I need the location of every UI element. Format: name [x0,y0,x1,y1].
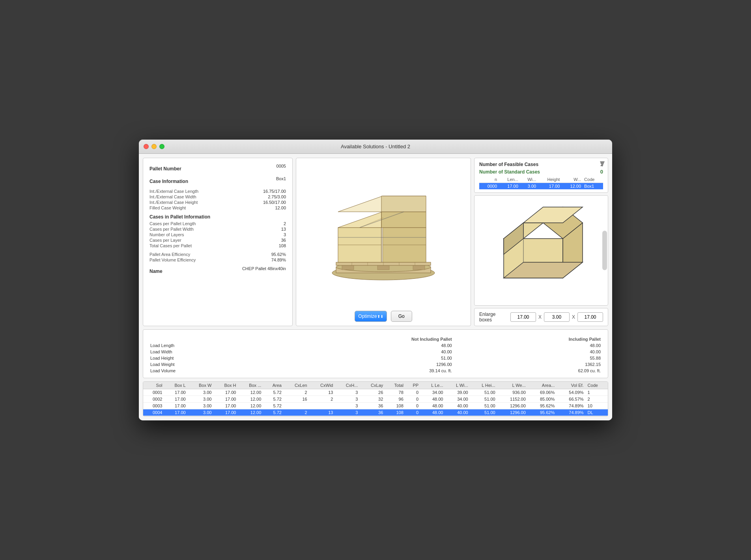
layers-label: Number of Layers [149,232,184,237]
scrollbar[interactable] [602,231,607,270]
optimize-chevron-icon: ⬆⬇ [377,314,383,319]
load-height-incl: 55.88 [454,355,602,361]
bt-cxlen-2 [284,403,309,409]
bt-col-pp: PP [405,382,420,389]
bt-boxw-3: 3.00 [188,409,214,416]
bt-sol-3: 0004 [143,409,164,416]
pallet-number-label: Pallet Number [149,166,181,172]
case-info-label: Case Information [149,179,188,184]
bt-area2-1: 85.00% [528,396,557,403]
bt-volef-1: 66.57% [557,396,585,403]
load-col-label [149,336,269,342]
svg-marker-24 [381,196,426,212]
bt-lhei-2: 51.00 [470,403,497,409]
bt-boxdot-0: 12.00 [238,389,263,396]
optimize-select[interactable]: Optimize ⬆⬇ [355,311,387,322]
field-value-2: 16.50/17.00 [263,200,286,205]
cases-in-pallet: Cases in Pallet Information Cases per Pa… [149,214,286,248]
box-3d-svg [492,199,590,302]
bt-total-1: 96 [385,396,405,403]
top-row: Pallet Number 0005 Case Information Box1… [143,158,608,326]
col-code: Code [583,176,603,183]
enlarge-x3-input[interactable] [577,312,603,322]
load-length-incl: 48.00 [454,342,602,349]
svg-rect-4 [377,265,389,270]
cpp-layer-label: Cases per Layer [149,238,181,243]
load-row-volume: Load Volume 39.14 cu. ft. 62.09 cu. ft. [149,368,602,374]
bt-boxw-2: 3.00 [188,403,214,409]
bt-sol-2: 0003 [143,403,164,409]
case-row-0[interactable]: 0000 17.00 3.00 17.00 12.00 Box1 [479,183,603,190]
col-len: Len... [499,176,520,183]
bt-lwi-1: 34.00 [445,396,470,403]
pallet-number-value: 0005 [276,164,286,173]
total-cases-label: Total Cases per Pallet [149,243,192,248]
bt-area2-3: 95.62% [528,409,557,416]
go-button[interactable]: Go [391,311,412,322]
bt-lwi-3: 40.00 [445,409,470,416]
bt-code-3: DL [586,409,608,416]
bt-col-cxwid: CxWid [309,382,335,389]
col-n: n [479,176,499,183]
bt-col-cxlay: CxLay [360,382,385,389]
bt-row-2[interactable]: 0003 17.00 3.00 17.00 12.00 5.72 3 36 10… [143,403,608,409]
bt-col-cxlen: CxLen [284,382,309,389]
layers-value: 3 [284,232,286,237]
field-value-0: 16.75/17.00 [263,189,286,194]
enlarge-x1-input[interactable] [510,312,536,322]
bt-sol-1: 0002 [143,396,164,403]
load-volume-not-incl: 39.14 cu. ft. [269,368,454,374]
bt-boxdot-3: 12.00 [238,409,263,416]
svg-rect-5 [413,265,425,270]
bt-cxlay-1: 32 [360,396,385,403]
bt-boxl-3: 17.00 [164,409,187,416]
svg-marker-15 [381,212,426,228]
bt-sol-0: 0001 [143,389,164,396]
bt-row-3[interactable]: 0004 17.00 3.00 17.00 12.00 5.72 2 13 3 … [143,409,608,416]
optimize-row: Optimize ⬆⬇ Go [355,308,412,322]
load-weight-label: Load Weight [149,361,269,368]
col-height: Height [538,176,561,183]
bt-total-0: 78 [385,389,405,396]
cases-table: n Len... Wi... Height W... Code 0000 [479,176,603,189]
bt-lwe-1: 1152.00 [497,396,528,403]
enlarge-row: Enlarge boxes X X [474,308,608,326]
enlarge-x2-input[interactable] [544,312,570,322]
bt-code-0: 1 [586,389,608,396]
bt-col-lle: L Le... [420,382,445,389]
optimize-select-wrapper: Optimize ⬆⬇ [355,311,387,322]
load-row-height: Load Height 51.00 55.88 [149,355,602,361]
case-len-0: 17.00 [499,183,520,190]
case-info-row: Case Information Box1 [149,176,286,186]
box-3d-panel [474,195,608,306]
cpp-width-label: Cases per Pallet Width [149,227,194,231]
bt-col-volef: Vol Ef. [557,382,585,389]
bt-lwe-2: 1296.00 [497,403,528,409]
bt-lle-0: 34.00 [420,389,445,396]
bt-boxl-0: 17.00 [164,389,187,396]
minimize-button[interactable] [151,144,157,149]
bt-lle-2: 48.00 [420,403,445,409]
bt-cxlen-0: 2 [284,389,309,396]
bt-col-total: Total [385,382,405,389]
bt-boxh-0: 17.00 [213,389,238,396]
bt-col-area2: Area... [528,382,557,389]
field-row-0: Int./External Case Length 16.75/17.00 [149,189,286,194]
bt-area2-0: 69.06% [528,389,557,396]
bt-col-lwi: L Wi... [445,382,470,389]
standard-cases-label: Number of Standard Cases [479,169,540,175]
window-buttons [144,144,164,149]
bt-boxh-1: 17.00 [213,396,238,403]
total-cases-row: Total Cases per Pallet 108 [149,243,286,248]
close-button[interactable] [144,144,149,149]
load-table: Not Including Pallet Including Pallet Lo… [149,336,602,374]
pallet-base [332,262,435,280]
bt-cxlay-3: 36 [360,409,385,416]
load-volume-label: Load Volume [149,368,269,374]
bt-row-0[interactable]: 0001 17.00 3.00 17.00 12.00 5.72 2 13 3 … [143,389,608,396]
bt-lhei-3: 51.00 [470,409,497,416]
case-info-value: Box1 [276,176,286,186]
maximize-button[interactable] [159,144,164,149]
bt-code-2: 10 [586,403,608,409]
bt-row-1[interactable]: 0002 17.00 3.00 17.00 12.00 5.72 16 2 3 … [143,396,608,403]
